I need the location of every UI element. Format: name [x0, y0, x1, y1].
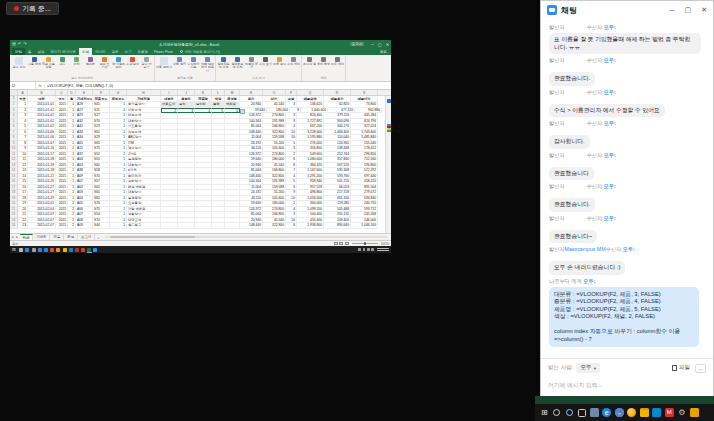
insert-function-icon[interactable]: fx [36, 84, 45, 88]
ribbon-button[interactable]: 자동 합계 [28, 56, 41, 66]
chrome-icon[interactable] [613, 406, 626, 420]
firefox-icon[interactable] [626, 406, 639, 420]
start-icon[interactable]: ⊞ [538, 406, 551, 420]
column-header[interactable]: L [212, 90, 225, 95]
ribbon-button[interactable]: 수학/삼각 [126, 56, 139, 66]
column-header[interactable]: P [286, 90, 297, 95]
grid-cell[interactable]: 1,046,160 [351, 223, 378, 229]
grid-cell[interactable]: 6 [225, 108, 240, 114]
chat-maximize-button[interactable]: ▢ [685, 6, 692, 14]
task-view-icon[interactable] [32, 248, 36, 252]
grid-cell[interactable] [225, 223, 240, 229]
attach-file-button[interactable]: 파일 [672, 364, 690, 372]
more-options-button[interactable]: ... [695, 364, 706, 373]
column-header[interactable]: A [18, 90, 28, 95]
chrome-icon[interactable] [50, 248, 54, 252]
ribbon-button[interactable]: 수식에서 사용 [187, 56, 200, 70]
tell-me-search[interactable]: 어떤 작업을 원하시나요 [180, 48, 376, 55]
grid-cell[interactable]: S44 [93, 223, 110, 229]
ribbon-tab[interactable]: 홈 [25, 48, 35, 55]
ribbon-button[interactable]: 이름 정의 [173, 56, 186, 66]
ribbon-tab[interactable]: 수식 [79, 48, 92, 55]
column-header[interactable]: G [110, 90, 127, 95]
grid-cell[interactable] [195, 223, 212, 229]
ribbon-button[interactable]: 참조하는 셀 추적 [231, 56, 244, 70]
ribbon-button[interactable]: 텍스트 [84, 56, 97, 66]
grid-cell[interactable]: 890,640 [324, 223, 351, 229]
ribbon-tab[interactable]: 삽입 [35, 48, 48, 55]
message-list[interactable]: 발신자 수신자:모두:표 이름을 잘 못 기입했을때 해제 하는 방법 좀 부탁… [541, 19, 713, 358]
ribbon-button[interactable]: 이름 관리자 [156, 56, 172, 69]
ribbon-button[interactable]: 재무 [56, 56, 69, 66]
quick-access-redo-icon[interactable]: ↷ [23, 40, 26, 48]
ribbon-tab[interactable]: Power Pivot [151, 48, 176, 55]
edge-icon[interactable] [44, 248, 48, 252]
grid-cell[interactable]: 1,936,800 [297, 223, 324, 229]
search-icon[interactable] [551, 406, 564, 420]
chat-close-button[interactable]: ✕ [701, 6, 707, 14]
ribbon-button[interactable]: 함수 삽입 [11, 56, 27, 69]
excel-icon[interactable] [87, 248, 91, 252]
office-app-icon[interactable] [688, 406, 701, 420]
column-header[interactable]: Q [297, 90, 324, 95]
ribbon-tab[interactable]: 보기 [121, 48, 134, 55]
file-explorer-icon[interactable] [63, 248, 67, 252]
grid-cell[interactable] [178, 223, 195, 229]
excel-close-button[interactable]: ✕ [386, 42, 389, 47]
tray-ime-icon[interactable] [367, 248, 370, 251]
edge-icon[interactable]: e [601, 406, 614, 420]
grid-cell[interactable]: 23 [18, 223, 28, 229]
ribbon-tab[interactable]: 도움말 [134, 48, 151, 55]
column-header[interactable]: S [351, 90, 378, 95]
column-header[interactable]: C [56, 90, 68, 95]
start-icon[interactable]: ⊞ [12, 248, 17, 252]
column-header[interactable]: B [28, 90, 56, 95]
column-header[interactable]: J [178, 90, 195, 95]
ribbon-button[interactable]: 조사식 창 [303, 56, 316, 66]
recipient-dropdown[interactable]: 모두 ▾ [576, 363, 599, 373]
settings-gear-icon[interactable]: ⚙ [676, 406, 689, 420]
message-input[interactable] [548, 382, 706, 388]
photos-icon[interactable] [69, 248, 73, 252]
name-box[interactable]: I2 [10, 82, 36, 89]
grid-cell[interactable]: 322,800 [263, 223, 286, 229]
grid-cell[interactable] [212, 223, 225, 229]
zoom-level[interactable]: 100% [381, 242, 389, 246]
formula-input[interactable]: =VLOOKUP(F2, 제품, COLUMN()-7, 0) [45, 83, 391, 88]
ribbon-button[interactable]: 찾기/참조 영역 [112, 56, 125, 70]
cortana-icon[interactable] [25, 248, 29, 252]
gmail-icon[interactable] [75, 248, 79, 252]
ribbon-tab[interactable]: 페이지 레이아웃 [48, 48, 79, 55]
column-header[interactable]: E [76, 90, 93, 95]
horizontal-scrollbar[interactable] [105, 236, 388, 238]
column-header[interactable]: D [68, 90, 76, 95]
column-header[interactable]: I [161, 90, 178, 95]
grid-cell[interactable]: 148,440 [240, 223, 263, 229]
autofill-options-icon[interactable] [240, 108, 244, 114]
row-header[interactable]: 24 [10, 223, 18, 229]
ribbon-button[interactable]: 최근 사용 항목 [42, 56, 55, 70]
grid-cell[interactable]: 2015-02-07 [28, 223, 56, 229]
normal-view-icon[interactable] [334, 242, 338, 246]
photos-icon[interactable] [651, 406, 664, 420]
ribbon-button[interactable]: 날짜 및 시간 [98, 56, 111, 70]
grid-cell[interactable]: 2 [68, 223, 76, 229]
task-view-icon[interactable] [576, 406, 589, 420]
column-header[interactable]: M [225, 90, 240, 95]
excel-maximize-button[interactable]: ▢ [378, 42, 382, 47]
mail-icon[interactable] [38, 248, 42, 252]
ribbon-button[interactable]: 연결선 제거 [245, 56, 258, 70]
ribbon-tab[interactable]: 검토 [108, 48, 121, 55]
grid-cell[interactable] [161, 223, 178, 229]
vertical-scrollbar[interactable] [385, 96, 391, 233]
column-header[interactable]: N [240, 90, 263, 95]
zoom-slider[interactable] [352, 243, 378, 244]
column-header[interactable]: H [127, 90, 161, 95]
column-header[interactable]: O [263, 90, 286, 95]
file-explorer-icon[interactable] [638, 406, 651, 420]
page-layout-view-icon[interactable] [339, 242, 343, 246]
powerpoint-icon[interactable] [81, 248, 85, 252]
quick-access-undo-icon[interactable]: ↶ [18, 40, 21, 48]
share-button[interactable]: 공유 [376, 48, 391, 55]
firefox-icon[interactable] [56, 248, 60, 252]
